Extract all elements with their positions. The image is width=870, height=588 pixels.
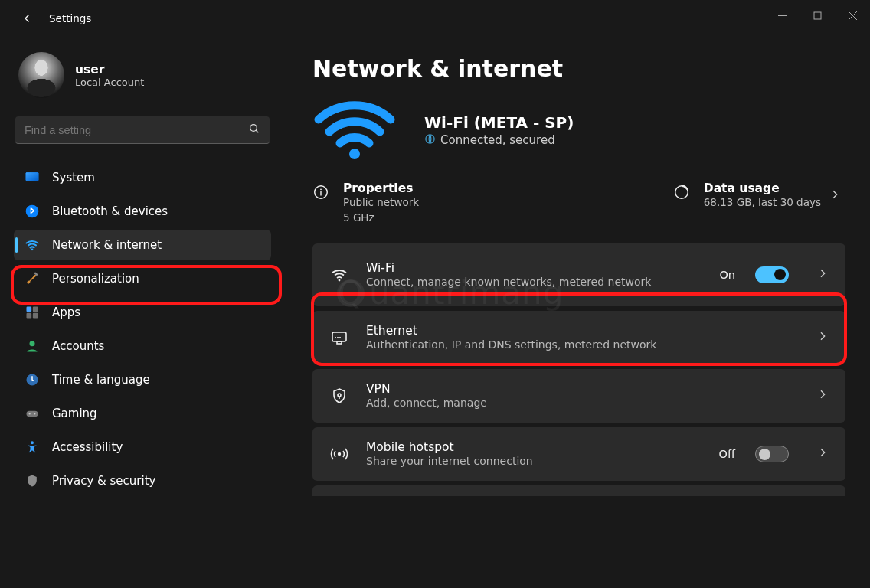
chevron-right-icon bbox=[816, 388, 829, 403]
svg-point-19 bbox=[29, 413, 31, 414]
svg-rect-29 bbox=[337, 341, 342, 344]
apps-icon bbox=[25, 305, 40, 320]
sidebar-item-label: System bbox=[52, 171, 95, 185]
svg-rect-7 bbox=[26, 172, 39, 181]
chevron-right-icon bbox=[816, 267, 829, 283]
shield-icon bbox=[25, 473, 40, 488]
sidebar-item-privacy[interactable]: Privacy & security bbox=[14, 466, 271, 496]
hotspot-row-title: Mobile hotspot bbox=[366, 440, 702, 454]
svg-point-21 bbox=[349, 149, 360, 159]
sidebar-item-accounts[interactable]: Accounts bbox=[14, 331, 271, 361]
svg-rect-17 bbox=[27, 411, 38, 417]
svg-point-8 bbox=[26, 205, 39, 218]
close-button[interactable] bbox=[835, 0, 870, 31]
wifi-icon bbox=[25, 237, 40, 253]
sidebar-item-label: Network & internet bbox=[52, 238, 162, 252]
person-icon bbox=[25, 338, 40, 354]
sidebar-item-label: Bluetooth & devices bbox=[52, 204, 168, 218]
network-status: Wi-Fi (META - SP) Connected, secured bbox=[312, 99, 845, 160]
svg-point-20 bbox=[31, 441, 34, 444]
wifi-large-icon bbox=[312, 99, 397, 160]
sidebar-item-personalization[interactable]: Personalization bbox=[14, 263, 271, 294]
data-usage-title: Data usage bbox=[704, 181, 821, 195]
svg-point-15 bbox=[30, 341, 35, 346]
ethernet-row[interactable]: Ethernet Authentication, IP and DNS sett… bbox=[312, 311, 845, 364]
minimize-button[interactable] bbox=[764, 0, 800, 31]
window-controls bbox=[764, 0, 870, 31]
properties-line2: 5 GHz bbox=[343, 211, 419, 226]
hotspot-row[interactable]: Mobile hotspot Share your internet conne… bbox=[312, 427, 845, 481]
vpn-row-title: VPN bbox=[366, 382, 800, 396]
ethernet-row-title: Ethernet bbox=[366, 324, 800, 338]
sidebar-item-accessibility[interactable]: Accessibility bbox=[14, 432, 271, 462]
sidebar-item-label: Gaming bbox=[52, 407, 97, 420]
hotspot-toggle-label: Off bbox=[719, 448, 735, 460]
svg-rect-13 bbox=[27, 313, 32, 318]
wifi-row-title: Wi-Fi bbox=[366, 261, 702, 275]
sidebar-item-label: Personalization bbox=[52, 272, 139, 286]
sidebar-item-gaming[interactable]: Gaming bbox=[14, 398, 271, 429]
wifi-toggle-label: On bbox=[719, 269, 735, 281]
sidebar-item-label: Apps bbox=[52, 305, 80, 319]
wifi-row[interactable]: Wi-Fi Connect, manage known networks, me… bbox=[312, 243, 845, 306]
info-icon bbox=[312, 184, 331, 202]
user-subtitle: Local Account bbox=[75, 77, 144, 88]
properties-card[interactable]: Properties Public network 5 GHz bbox=[312, 181, 419, 225]
svg-point-18 bbox=[34, 413, 35, 414]
data-usage-icon bbox=[673, 184, 692, 202]
accessibility-icon bbox=[25, 439, 40, 455]
svg-rect-1 bbox=[814, 12, 821, 19]
properties-line1: Public network bbox=[343, 195, 419, 211]
hotspot-row-sub: Share your internet connection bbox=[366, 454, 702, 469]
wifi-ssid: Wi-Fi (META - SP) bbox=[424, 112, 574, 133]
svg-rect-11 bbox=[27, 307, 32, 312]
gamepad-icon bbox=[25, 406, 40, 421]
svg-point-33 bbox=[338, 394, 341, 397]
brush-icon bbox=[25, 271, 40, 286]
sidebar-item-time[interactable]: Time & language bbox=[14, 364, 271, 395]
wifi-status-text: Connected, secured bbox=[440, 133, 555, 147]
sidebar-item-label: Privacy & security bbox=[52, 474, 155, 488]
svg-rect-14 bbox=[33, 313, 38, 318]
hotspot-icon bbox=[329, 445, 349, 463]
clock-icon bbox=[25, 372, 40, 387]
globe-icon bbox=[424, 133, 436, 148]
sidebar-item-label: Accounts bbox=[52, 339, 104, 353]
sidebar-item-bluetooth[interactable]: Bluetooth & devices bbox=[14, 196, 271, 227]
svg-rect-28 bbox=[332, 332, 346, 341]
wifi-icon bbox=[329, 266, 349, 284]
search-icon bbox=[248, 122, 260, 138]
svg-point-35 bbox=[338, 452, 341, 456]
data-usage-card[interactable]: Data usage 68.13 GB, last 30 days bbox=[673, 181, 821, 211]
properties-title: Properties bbox=[343, 181, 419, 195]
wifi-toggle[interactable] bbox=[755, 266, 789, 283]
search-input[interactable] bbox=[15, 116, 270, 144]
chevron-right-icon bbox=[816, 446, 829, 462]
maximize-button[interactable] bbox=[800, 0, 835, 31]
sidebar-item-label: Time & language bbox=[52, 373, 150, 387]
vpn-shield-icon bbox=[329, 387, 349, 405]
svg-line-5 bbox=[256, 130, 258, 132]
chevron-right-icon bbox=[816, 330, 829, 345]
monitor-icon bbox=[25, 170, 40, 185]
chevron-right-icon bbox=[829, 188, 841, 204]
user-name: user bbox=[75, 63, 144, 77]
vpn-row-sub: Add, connect, manage bbox=[366, 396, 800, 410]
back-button[interactable] bbox=[14, 5, 41, 32]
sidebar-item-label: Accessibility bbox=[52, 440, 123, 454]
vpn-row[interactable]: VPN Add, connect, manage bbox=[312, 369, 845, 423]
sidebar-item-apps[interactable]: Apps bbox=[14, 297, 271, 328]
page-title: Network & internet bbox=[312, 55, 845, 82]
user-block[interactable]: user Local Account bbox=[14, 46, 271, 116]
hotspot-toggle[interactable] bbox=[755, 446, 789, 462]
app-title: Settings bbox=[49, 12, 91, 24]
wifi-row-sub: Connect, manage known networks, metered … bbox=[366, 275, 702, 289]
ethernet-row-sub: Authentication, IP and DNS settings, met… bbox=[366, 338, 800, 352]
search-field[interactable] bbox=[25, 124, 240, 136]
svg-rect-12 bbox=[33, 307, 38, 312]
partial-row bbox=[312, 485, 845, 496]
data-usage-sub: 68.13 GB, last 30 days bbox=[704, 195, 821, 211]
sidebar-item-network[interactable]: Network & internet bbox=[14, 230, 271, 260]
sidebar-item-system[interactable]: System bbox=[14, 162, 271, 193]
avatar bbox=[18, 52, 64, 98]
